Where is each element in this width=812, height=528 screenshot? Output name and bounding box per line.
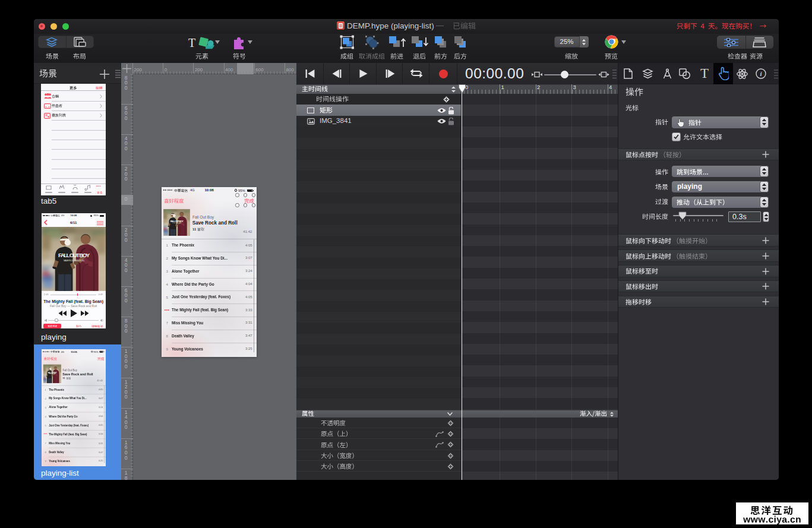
svg-text:FALL OUT BOY: FALL OUT BOY [58, 252, 90, 259]
svg-text:FALL OUT BOY: FALL OUT BOY [48, 371, 56, 374]
svg-text:i: i [760, 70, 762, 77]
svg-text:FALL OUT BOY: FALL OUT BOY [170, 219, 184, 222]
svg-text:SAVE ROCK AND ROLL: SAVE ROCK AND ROLL [172, 222, 181, 223]
svg-text:SAVE ROCK AND ROLL: SAVE ROCK AND ROLL [63, 259, 85, 262]
